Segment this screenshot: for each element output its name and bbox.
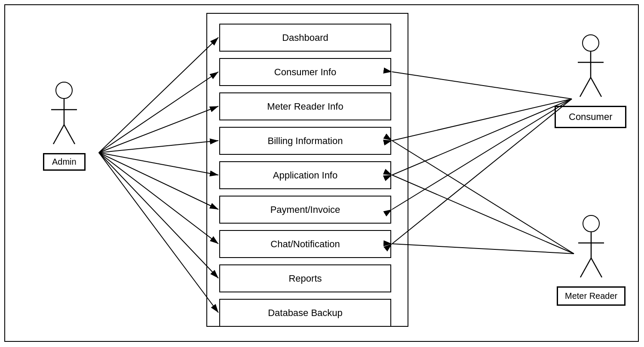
usecase-meter-reader-info: Meter Reader Info bbox=[219, 92, 391, 120]
usecase-billing-info: Billing Information bbox=[219, 127, 391, 155]
meter-reader-body-svg bbox=[574, 232, 608, 284]
actor-admin: Admin bbox=[43, 82, 86, 171]
svg-line-3 bbox=[64, 125, 75, 144]
usecase-chat-notification: Chat/Notification bbox=[219, 230, 391, 258]
usecase-application-info: Application Info bbox=[219, 161, 391, 189]
meter-reader-head bbox=[583, 215, 600, 232]
admin-body-svg bbox=[47, 99, 81, 150]
svg-line-10 bbox=[580, 258, 591, 277]
svg-line-6 bbox=[580, 77, 591, 97]
admin-label: Admin bbox=[43, 153, 86, 171]
consumer-body-svg bbox=[573, 52, 608, 103]
consumer-head bbox=[582, 34, 599, 52]
svg-line-2 bbox=[53, 125, 64, 144]
admin-head bbox=[55, 82, 73, 99]
svg-line-11 bbox=[591, 258, 602, 277]
svg-line-7 bbox=[591, 77, 601, 97]
consumer-label: Consumer bbox=[555, 106, 626, 128]
actor-meter-reader: Meter Reader bbox=[557, 215, 626, 306]
usecase-consumer-info: Consumer Info bbox=[219, 58, 391, 86]
actor-consumer: Consumer bbox=[555, 34, 626, 128]
usecase-database-backup: Database Backup bbox=[219, 299, 391, 327]
usecase-payment-invoice: Payment/Invoice bbox=[219, 196, 391, 224]
meter-reader-label: Meter Reader bbox=[557, 286, 626, 306]
usecase-reports: Reports bbox=[219, 264, 391, 292]
usecase-dashboard: Dashboard bbox=[219, 24, 391, 52]
